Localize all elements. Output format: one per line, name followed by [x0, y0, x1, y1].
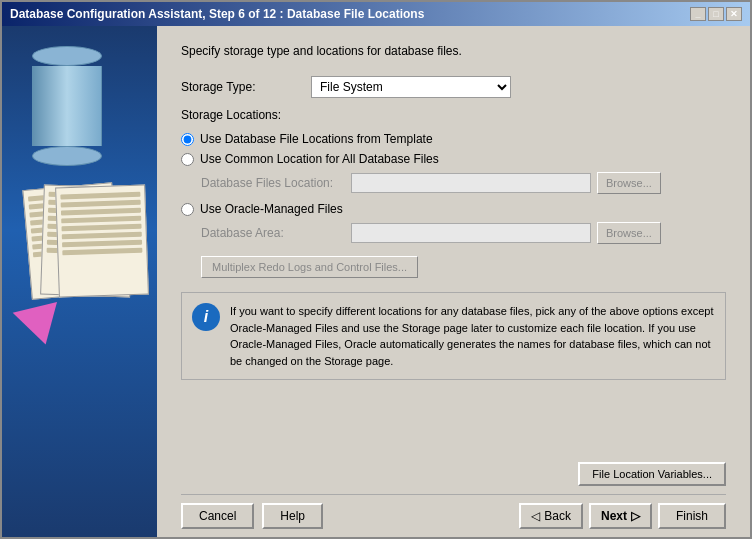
multiplex-btn-row: Multiplex Redo Logs and Control Files...	[181, 252, 726, 278]
db-area-input[interactable]	[351, 223, 591, 243]
file-location-row: File Location Variables...	[181, 462, 726, 486]
storage-type-label: Storage Type:	[181, 80, 311, 94]
db-files-location-row: Database Files Location: Browse...	[201, 172, 726, 194]
radio-use-common[interactable]	[181, 153, 194, 166]
radio-use-template-label: Use Database File Locations from Templat…	[200, 132, 433, 146]
main-window: Database Configuration Assistant, Step 6…	[0, 0, 752, 539]
db-area-row: Database Area: Browse...	[201, 222, 726, 244]
radio-use-template[interactable]	[181, 133, 194, 146]
db-files-location-label: Database Files Location:	[201, 176, 351, 190]
cancel-button[interactable]: Cancel	[181, 503, 254, 529]
bottom-section: File Location Variables... Cancel Help ◁…	[157, 454, 750, 537]
browse-area-button[interactable]: Browse...	[597, 222, 661, 244]
right-buttons: ◁ Back Next ▷ Finish	[519, 503, 726, 529]
db-files-location-input[interactable]	[351, 173, 591, 193]
radio-use-oracle-managed[interactable]	[181, 203, 194, 216]
storage-locations-label: Storage Locations:	[181, 108, 726, 122]
title-bar-controls: _ □ ✕	[690, 7, 742, 21]
multiplex-button[interactable]: Multiplex Redo Logs and Control Files...	[201, 256, 418, 278]
info-icon: i	[192, 303, 220, 331]
radio-use-common-label: Use Common Location for All Database Fil…	[200, 152, 439, 166]
main-content: Specify storage type and locations for d…	[157, 26, 750, 454]
storage-type-select[interactable]: File System	[311, 76, 511, 98]
next-button[interactable]: Next ▷	[589, 503, 652, 529]
back-button[interactable]: ◁ Back	[519, 503, 583, 529]
right-panel: Specify storage type and locations for d…	[157, 26, 750, 537]
minimize-button[interactable]: _	[690, 7, 706, 21]
radio-option-3-row: Use Oracle-Managed Files	[181, 202, 726, 216]
left-panel	[2, 26, 157, 537]
button-row: Cancel Help ◁ Back Next ▷ Finish	[181, 494, 726, 529]
left-buttons: Cancel Help	[181, 503, 323, 529]
radio-option-1-row: Use Database File Locations from Templat…	[181, 132, 726, 146]
left-panel-image	[2, 26, 157, 537]
next-label: Next	[601, 509, 627, 523]
maximize-button[interactable]: □	[708, 7, 724, 21]
storage-type-row: Storage Type: File System	[181, 76, 726, 98]
back-arrow-icon: ◁	[531, 509, 540, 523]
title-bar: Database Configuration Assistant, Step 6…	[2, 2, 750, 26]
radio-option-2-row: Use Common Location for All Database Fil…	[181, 152, 726, 166]
database-cylinder-icon	[32, 46, 102, 166]
info-box: i If you want to specify different locat…	[181, 292, 726, 380]
info-text: If you want to specify different locatio…	[230, 303, 715, 369]
window-title: Database Configuration Assistant, Step 6…	[10, 7, 424, 21]
file-location-variables-button[interactable]: File Location Variables...	[578, 462, 726, 486]
radio-use-oracle-managed-label: Use Oracle-Managed Files	[200, 202, 343, 216]
help-button[interactable]: Help	[262, 503, 323, 529]
paper3	[55, 184, 149, 297]
content-area: Specify storage type and locations for d…	[2, 26, 750, 537]
arrow-icon	[7, 292, 57, 345]
back-label: Back	[544, 509, 571, 523]
next-arrow-icon: ▷	[631, 509, 640, 523]
intro-text: Specify storage type and locations for d…	[181, 44, 726, 58]
finish-button[interactable]: Finish	[658, 503, 726, 529]
close-button[interactable]: ✕	[726, 7, 742, 21]
browse-files-button[interactable]: Browse...	[597, 172, 661, 194]
db-area-label: Database Area:	[201, 226, 351, 240]
